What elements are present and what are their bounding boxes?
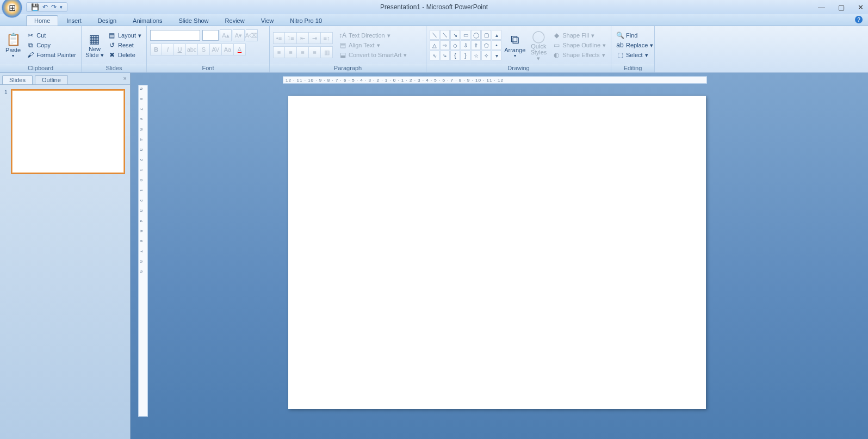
- shape-round-rect-icon[interactable]: ▢: [481, 30, 491, 40]
- new-slide-icon: ▦: [89, 32, 100, 46]
- italic-button[interactable]: I: [162, 44, 174, 55]
- justify-button[interactable]: ≡: [309, 46, 321, 58]
- shape-arrow-icon[interactable]: ↘: [450, 30, 460, 40]
- tab-design[interactable]: Design: [90, 15, 125, 26]
- underline-button[interactable]: U: [174, 44, 186, 55]
- line-spacing-button[interactable]: ≡↕: [321, 32, 333, 44]
- decrease-indent-button[interactable]: ⇤: [297, 32, 309, 44]
- thumbnail-row: 1: [4, 89, 126, 174]
- clear-formatting-button[interactable]: A⌫: [246, 29, 258, 41]
- panel-tab-outline[interactable]: Outline: [35, 75, 68, 84]
- quick-styles-icon: ◯: [532, 29, 545, 44]
- undo-icon[interactable]: ↶: [42, 3, 48, 11]
- shrink-font-button[interactable]: A▾: [233, 29, 245, 41]
- horizontal-ruler[interactable]: 12 · 11 · 10 · 9 · 8 · 7 · 6 · 5 · 4 · 3…: [283, 76, 707, 84]
- shape-line2-icon[interactable]: ＼: [440, 30, 450, 40]
- shape-brace-l-icon[interactable]: {: [450, 51, 460, 60]
- shape-outline-button[interactable]: ▭Shape Outline ▾: [551, 41, 607, 50]
- shape-curve-icon[interactable]: ∿: [430, 51, 439, 60]
- bold-button[interactable]: B: [150, 44, 162, 55]
- columns-button[interactable]: ▥: [321, 46, 333, 58]
- new-slide-button[interactable]: ▦ NewSlide ▾: [85, 27, 104, 63]
- minimize-button[interactable]: —: [818, 3, 825, 11]
- panel-close-button[interactable]: ×: [123, 75, 127, 82]
- shape-scroll-up-icon[interactable]: ▴: [492, 30, 501, 40]
- tab-home[interactable]: Home: [26, 15, 58, 26]
- numbering-button[interactable]: 1≡: [285, 32, 297, 44]
- shape-darrow-icon[interactable]: ⇩: [461, 40, 470, 50]
- shape-oval-icon[interactable]: ◯: [471, 30, 481, 40]
- shape-rarrow-icon[interactable]: ⇨: [440, 40, 450, 50]
- font-color-button[interactable]: A: [234, 44, 246, 55]
- window-title: Presentation1 - Microsoft PowerPoint: [380, 3, 488, 11]
- copy-button[interactable]: ⧉Copy: [25, 41, 78, 50]
- change-case-button[interactable]: Aa: [222, 44, 234, 55]
- new-slide-label: NewSlide ▾: [85, 46, 104, 58]
- font-name-combo[interactable]: [150, 30, 200, 41]
- help-icon[interactable]: ?: [855, 16, 863, 23]
- group-drawing: ＼ ＼ ↘ ▭ ◯ ▢ ▴ △ ⇨ ◇ ⇩ ⇧ ⬠ • ∿ ⤷ { } ☆ ✧: [426, 26, 611, 72]
- vertical-ruler[interactable]: 9 8 7 6 5 4 3 2 1 0 1 2 3 4 5 6 7 8 9: [138, 85, 148, 417]
- shape-pentagon-icon[interactable]: ⬠: [481, 40, 491, 50]
- select-button[interactable]: ⬚Select ▾: [615, 51, 655, 59]
- shape-fill-button[interactable]: ◆Shape Fill ▾: [551, 31, 607, 40]
- shape-scroll-down-icon[interactable]: ▾: [492, 51, 501, 60]
- grow-font-button[interactable]: A▴: [220, 29, 232, 41]
- shape-triangle-icon[interactable]: △: [430, 40, 439, 50]
- font-size-combo[interactable]: [202, 30, 219, 41]
- layout-button[interactable]: ▤Layout ▾: [107, 31, 143, 40]
- group-label-editing: Editing: [611, 64, 654, 72]
- shape-brace-r-icon[interactable]: }: [461, 51, 470, 60]
- qat-more-icon[interactable]: ▾: [60, 4, 63, 10]
- save-icon[interactable]: 💾: [31, 3, 39, 11]
- tab-view[interactable]: View: [253, 15, 282, 26]
- convert-smartart-button[interactable]: ⬓Convert to SmartArt ▾: [337, 51, 408, 59]
- shape-rect-icon[interactable]: ▭: [461, 30, 470, 40]
- align-center-button[interactable]: ≡: [285, 46, 297, 58]
- shape-scroll-mid-icon[interactable]: •: [492, 40, 501, 50]
- tab-nitro[interactable]: Nitro Pro 10: [282, 15, 330, 26]
- redo-icon[interactable]: ↷: [51, 3, 57, 11]
- format-painter-button[interactable]: 🖌Format Painter: [25, 51, 78, 59]
- title-bar: ⊞ 💾 ↶ ↷ ▾ Presentation1 - Microsoft Powe…: [0, 0, 868, 14]
- text-direction-button[interactable]: ↕AText Direction ▾: [337, 31, 408, 40]
- align-text-button[interactable]: ▤Align Text ▾: [337, 41, 408, 50]
- arrange-icon: ⧉: [511, 33, 519, 47]
- align-right-button[interactable]: ≡: [297, 46, 309, 58]
- format-painter-icon: 🖌: [27, 51, 34, 59]
- delete-button[interactable]: ✖Delete: [107, 51, 143, 59]
- workspace: Slides Outline × 1 12 · 11 · 10 · 9 · 8 …: [0, 73, 868, 439]
- panel-tab-slides[interactable]: Slides: [2, 75, 33, 84]
- replace-button[interactable]: abReplace ▾: [615, 41, 655, 50]
- shape-line-icon[interactable]: ＼: [430, 30, 439, 40]
- tab-slideshow[interactable]: Slide Show: [171, 15, 217, 26]
- bullets-button[interactable]: •≡: [273, 32, 285, 44]
- tab-animations[interactable]: Animations: [125, 15, 170, 26]
- reset-button[interactable]: ↺Reset: [107, 41, 143, 50]
- shape-star-icon[interactable]: ☆: [471, 51, 481, 60]
- tab-review[interactable]: Review: [217, 15, 253, 26]
- paste-button[interactable]: 📋 Paste ▾: [3, 27, 23, 63]
- maximize-button[interactable]: ▢: [838, 3, 845, 11]
- slide-thumbnail-1[interactable]: [11, 89, 125, 174]
- close-button[interactable]: ✕: [858, 3, 864, 11]
- align-left-button[interactable]: ≡: [273, 46, 285, 58]
- shape-conn-icon[interactable]: ⤷: [440, 51, 450, 60]
- slide-panel: Slides Outline × 1: [0, 73, 131, 439]
- char-spacing-button[interactable]: AV: [210, 44, 222, 55]
- shape-effects-icon: ◐: [553, 51, 560, 59]
- cut-button[interactable]: ✂Cut: [25, 31, 78, 40]
- shape-uarrow-icon[interactable]: ⇧: [471, 40, 481, 50]
- arrange-button[interactable]: ⧉ Arrange ▾: [504, 27, 526, 63]
- shadow-button[interactable]: S: [198, 44, 210, 55]
- increase-indent-button[interactable]: ⇥: [309, 32, 321, 44]
- tab-insert[interactable]: Insert: [58, 15, 90, 26]
- shapes-gallery[interactable]: ＼ ＼ ↘ ▭ ◯ ▢ ▴ △ ⇨ ◇ ⇩ ⇧ ⬠ • ∿ ⤷ { } ☆ ✧: [430, 30, 501, 60]
- find-button[interactable]: 🔍Find: [615, 31, 655, 40]
- slide-canvas[interactable]: [288, 96, 706, 409]
- shape-callout-icon[interactable]: ✧: [481, 51, 491, 60]
- strikethrough-button[interactable]: abc: [186, 44, 198, 55]
- shape-diamond-icon[interactable]: ◇: [450, 40, 460, 50]
- quick-styles-button[interactable]: ◯ QuickStyles ▾: [528, 27, 549, 63]
- shape-effects-button[interactable]: ◐Shape Effects ▾: [551, 51, 607, 59]
